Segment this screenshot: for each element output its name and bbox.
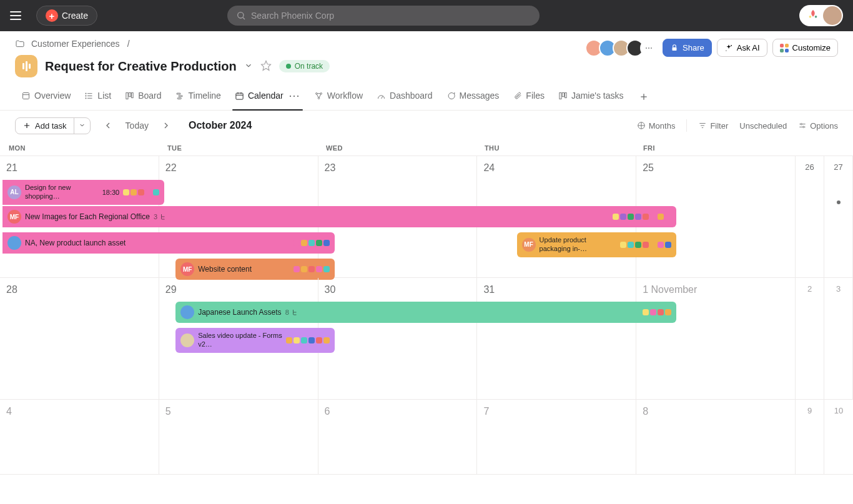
calendar-day-weekend[interactable]: 2 [796, 278, 824, 399]
calendar-day[interactable]: 30 [318, 278, 478, 399]
chevron-left-icon [103, 121, 113, 131]
share-button[interactable]: Share [663, 39, 712, 57]
weekday-thu: THU [478, 141, 637, 156]
calendar-event[interactable]: Japanese Launch Assets 8 [175, 302, 676, 323]
event-tags [620, 242, 671, 248]
tab-dashboard[interactable]: Dashboard [370, 86, 439, 108]
star-icon[interactable] [260, 60, 272, 73]
calendar-day[interactable]: 28 [0, 278, 159, 399]
options-button[interactable]: Options [798, 121, 838, 131]
project-menu-caret[interactable] [244, 61, 253, 72]
add-task-button-group: Add task [15, 117, 91, 134]
tab-overview[interactable]: Overview [15, 86, 77, 108]
calendar-event[interactable]: MF Website content [175, 259, 335, 280]
status-badge[interactable]: On track [279, 60, 330, 72]
calendar-week-row: 21 22 23 24 25 26 27 AL Design for new s… [0, 156, 853, 278]
tab-files[interactable]: Files [506, 86, 551, 108]
add-tab-button[interactable] [636, 89, 651, 104]
calendar-day-weekend[interactable]: 10 [824, 400, 853, 474]
chevron-right-icon [161, 121, 171, 131]
filter-icon [698, 121, 707, 130]
ask-ai-label: Ask AI [737, 43, 760, 52]
assignee-avatar [180, 334, 194, 347]
tab-jamies-tasks[interactable]: Jamie's tasks [552, 86, 630, 108]
profile-menu[interactable] [799, 5, 843, 26]
status-label: On track [295, 62, 323, 71]
calendar-day[interactable]: 4 [0, 400, 159, 474]
assignee-avatar: MF [7, 210, 21, 224]
customize-button[interactable]: Customize [772, 39, 838, 57]
calendar-day[interactable]: 5 [159, 400, 318, 474]
lock-icon [670, 44, 679, 52]
svg-point-28 [318, 97, 320, 99]
calendar-event[interactable]: NA, New product launch asset [2, 232, 335, 254]
tab-timeline[interactable]: Timeline [169, 86, 227, 108]
breadcrumb-parent[interactable]: Customer Experiences [31, 39, 120, 49]
subtask-count: 8 [285, 309, 298, 316]
add-task-button[interactable]: Add task [16, 118, 74, 134]
assignee-avatar: AL [7, 185, 21, 199]
unscheduled-button[interactable]: Unscheduled [739, 121, 787, 131]
calendar-event[interactable]: MF New Images for Each Regional Office 3 [2, 206, 676, 227]
calendar-day-weekend[interactable]: 27 [824, 156, 853, 277]
svg-rect-22 [236, 93, 243, 99]
tab-list[interactable]: List [78, 86, 117, 108]
calendar-day-weekend[interactable]: 3 [824, 278, 853, 399]
breadcrumb-separator: / [127, 39, 130, 49]
svg-point-46 [803, 126, 804, 127]
calendar-day[interactable]: 31 [477, 278, 636, 399]
calendar-day-weekend[interactable]: 9 [796, 400, 824, 474]
menu-icon[interactable] [10, 7, 27, 24]
calendar-day[interactable]: 7 [477, 400, 636, 474]
calendar-day-weekend[interactable]: 26 [796, 156, 824, 277]
event-tags [293, 266, 330, 272]
share-label: Share [683, 43, 704, 52]
assignee-avatar [7, 236, 21, 250]
ask-ai-button[interactable]: Ask AI [717, 39, 767, 57]
tab-messages[interactable]: Messages [440, 86, 506, 108]
folder-icon [15, 39, 25, 49]
svg-rect-17 [129, 92, 131, 96]
event-tags [286, 337, 330, 343]
calendar-day[interactable]: 8 [636, 400, 796, 474]
plus-icon: + [46, 9, 58, 22]
search-input[interactable]: Search Phoenix Corp [227, 6, 540, 26]
calendar-event[interactable]: MF Update product packaging in-… [517, 232, 676, 257]
calendar-small-icon [637, 121, 646, 130]
calendar-event[interactable]: Sales video update - Forms v2… [175, 328, 335, 353]
svg-point-14 [86, 95, 86, 96]
svg-point-13 [86, 93, 86, 94]
svg-point-26 [315, 92, 317, 94]
svg-point-27 [320, 92, 322, 94]
tab-more-icon[interactable]: ⋯ [288, 89, 300, 102]
svg-rect-8 [23, 92, 29, 99]
tab-board[interactable]: Board [119, 86, 167, 108]
calendar-day[interactable]: 6 [318, 400, 478, 474]
assignee-avatar: MF [522, 238, 536, 252]
svg-rect-18 [132, 92, 134, 97]
member-avatars[interactable]: ⋯ [589, 39, 658, 57]
add-task-dropdown[interactable] [74, 118, 90, 134]
customize-label: Customize [792, 43, 831, 52]
subtask-icon [159, 213, 167, 220]
project-title[interactable]: Request for Creative Production [45, 59, 237, 74]
filter-button[interactable]: Filter [698, 121, 728, 131]
svg-point-44 [801, 124, 802, 125]
prev-month-button[interactable] [99, 117, 117, 134]
plus-icon [22, 121, 31, 130]
months-view-button[interactable]: Months [637, 121, 676, 131]
svg-marker-7 [261, 61, 270, 70]
calendar-event[interactable]: AL Design for new shopping… 18:30 [2, 180, 164, 205]
assignee-avatar: MF [180, 262, 194, 276]
avatar [823, 6, 842, 25]
sparkle-icon [724, 44, 733, 52]
svg-point-3 [815, 16, 817, 18]
calendar-day[interactable]: 1 November [636, 278, 796, 399]
create-button[interactable]: + Create [36, 6, 97, 26]
svg-rect-32 [565, 92, 567, 97]
tab-calendar[interactable]: Calendar⋯ [229, 84, 307, 110]
top-bar: + Create Search Phoenix Corp [0, 0, 853, 31]
next-month-button[interactable] [157, 117, 175, 134]
today-button[interactable]: Today [126, 121, 149, 131]
tab-workflow[interactable]: Workflow [308, 86, 369, 108]
